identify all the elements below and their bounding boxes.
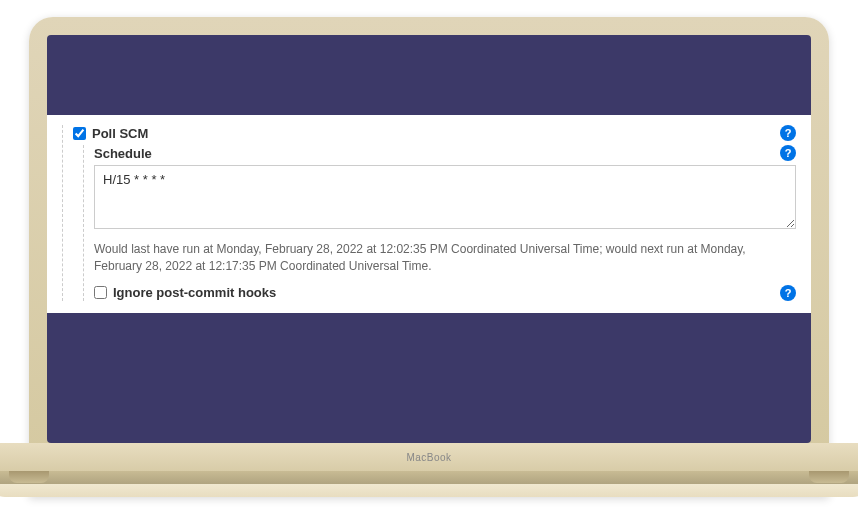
poll-scm-checkbox[interactable] <box>73 127 86 140</box>
schedule-preview-text: Would last have run at Monday, February … <box>94 241 796 275</box>
macbook-frame: Poll SCM ? Schedule ? Would last have ru… <box>29 17 829 497</box>
poll-scm-option[interactable]: Poll SCM <box>73 126 148 141</box>
ignore-hooks-option[interactable]: Ignore post-commit hooks <box>94 285 276 300</box>
ignore-hooks-row: Ignore post-commit hooks ? <box>94 285 796 301</box>
macbook-bottom-edge <box>0 471 858 497</box>
poll-scm-label: Poll SCM <box>92 126 148 141</box>
schedule-label: Schedule <box>94 146 152 161</box>
poll-scm-row: Poll SCM ? <box>73 125 796 141</box>
macbook-brand-text: MacBook <box>406 452 451 463</box>
macbook-brand-bar: MacBook <box>0 443 858 471</box>
help-icon[interactable]: ? <box>780 125 796 141</box>
macbook-base: MacBook <box>0 443 858 497</box>
jenkins-config-panel: Poll SCM ? Schedule ? Would last have ru… <box>47 115 811 313</box>
ignore-hooks-label: Ignore post-commit hooks <box>113 285 276 300</box>
help-icon[interactable]: ? <box>780 285 796 301</box>
poll-scm-subsection: Schedule ? Would last have run at Monday… <box>83 145 796 301</box>
build-triggers-section: Poll SCM ? Schedule ? Would last have ru… <box>62 125 796 301</box>
schedule-input[interactable] <box>94 165 796 229</box>
macbook-screen: Poll SCM ? Schedule ? Would last have ru… <box>47 35 811 443</box>
help-icon[interactable]: ? <box>780 145 796 161</box>
ignore-hooks-checkbox[interactable] <box>94 286 107 299</box>
schedule-label-row: Schedule ? <box>94 145 796 161</box>
